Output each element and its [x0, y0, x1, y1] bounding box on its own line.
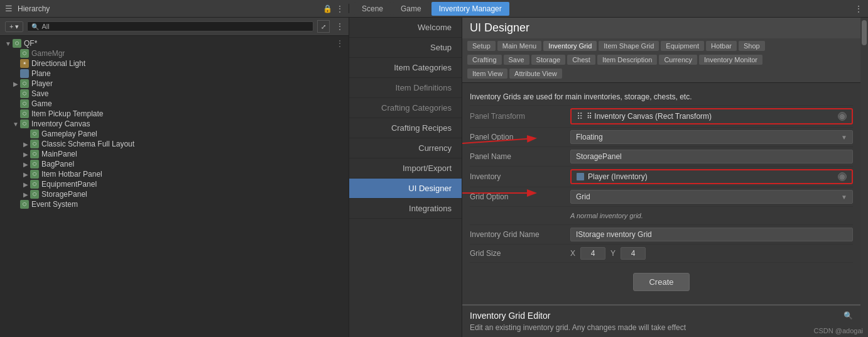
inventory-circle-btn[interactable]: ◎	[838, 172, 847, 181]
tab-item-view[interactable]: Item View	[467, 69, 507, 79]
search-input[interactable]	[41, 23, 92, 30]
tree-item-plane[interactable]: Plane	[0, 69, 349, 79]
tree-item-classic[interactable]: ▶ ⬡ Classic Schema Full Layout	[0, 139, 349, 149]
tab-crafting[interactable]: Crafting	[467, 55, 502, 65]
panel-transform-value: ⠿ Inventory Canvas (Rect Transform)	[587, 112, 712, 121]
top-bar: ☰ Hierarchy 🔒 ⋮ Scene Game Inventory Man…	[0, 0, 868, 18]
tab-inventory-grid[interactable]: Inventory Grid	[543, 41, 597, 51]
menu-welcome[interactable]: Welcome	[349, 18, 462, 38]
expand-icon[interactable]: ⤢	[317, 20, 330, 33]
hierarchy-tree: ▼ ⬡ QF* ⋮ ⬡ GameMgr ☀ Directional Light …	[0, 36, 349, 337]
right-panel-header: UI Designer Setup Main Menu Inventory Gr…	[462, 18, 860, 83]
label-qf: QF*	[24, 39, 37, 48]
tree-item-inv-canvas[interactable]: ▼ ⬡ Inventory Canvas	[0, 119, 349, 129]
tab-attribute-view[interactable]: Attribute View	[509, 69, 562, 79]
tree-item-game[interactable]: ⬡ Game	[0, 99, 349, 109]
tab-inventory-monitor[interactable]: Inventory Monitor	[699, 55, 762, 65]
icon-game: ⬡	[20, 99, 29, 108]
menu-crafting-recipes[interactable]: Crafting Recipes	[349, 118, 462, 138]
grid-name-row: Inventory Grid Name	[470, 225, 853, 245]
menu-crafting-categories[interactable]: Crafting Categories	[349, 98, 462, 118]
create-button[interactable]: Create	[633, 273, 689, 291]
game-tab[interactable]: Game	[393, 2, 429, 16]
tree-item-gameplay-panel[interactable]: ⬡ Gameplay Panel	[0, 129, 349, 139]
icon-qf: ⬡	[13, 39, 21, 48]
tree-item-event-system[interactable]: ⬡ Event System	[0, 199, 349, 209]
label-hotbar-panel: Item Hotbar Panel	[41, 170, 102, 179]
tree-item-qf[interactable]: ▼ ⬡ QF* ⋮	[0, 38, 349, 48]
tab-storage[interactable]: Storage	[531, 55, 566, 65]
grid-option-row: Grid Option Grid ▼	[470, 187, 853, 207]
dots-qf[interactable]: ⋮	[336, 39, 344, 48]
grid-size-y-input[interactable]	[621, 247, 646, 260]
icon-bag-panel: ⬡	[30, 160, 39, 168]
tab-equipment[interactable]: Equipment	[661, 41, 704, 51]
tree-item-player[interactable]: ▶ ⬡ Player	[0, 79, 349, 89]
right-panel: UI Designer Setup Main Menu Inventory Gr…	[462, 18, 860, 337]
tab-item-description[interactable]: Item Description	[597, 55, 657, 65]
tree-item-gamemgr[interactable]: ⬡ GameMgr	[0, 48, 349, 58]
panel-name-input[interactable]	[570, 150, 853, 163]
panel-name-label: Panel Name	[470, 152, 570, 161]
grid-option-select[interactable]: Grid ▼	[570, 190, 853, 204]
tree-item-bag-panel[interactable]: ▶ ⬡ BagPanel	[0, 159, 349, 169]
tabs-row-3: Item View Attribute View	[462, 66, 860, 82]
grid-size-x-input[interactable]	[580, 247, 605, 260]
tree-item-save[interactable]: ⬡ Save	[0, 89, 349, 99]
bottom-search-icon[interactable]: 🔍	[844, 311, 853, 320]
topbar-more-icon[interactable]: ⋮	[854, 4, 863, 14]
tab-currency[interactable]: Currency	[659, 55, 697, 65]
right-scrollbar[interactable]	[860, 18, 868, 337]
scene-tab[interactable]: Scene	[354, 2, 391, 16]
topbar-icons: 🔒 ⋮	[323, 4, 344, 13]
menu-setup[interactable]: Setup	[349, 38, 462, 58]
tree-item-main-panel[interactable]: ▶ ⬡ MainPanel	[0, 149, 349, 159]
grid-name-input[interactable]	[570, 228, 853, 241]
menu-ui-designer[interactable]: UI Designer	[349, 179, 462, 199]
tree-item-pickup[interactable]: ⬡ Item Pickup Template	[0, 109, 349, 119]
x-label: X	[570, 249, 575, 258]
grid-option-label: Grid Option	[470, 192, 570, 201]
panel-transform-circle-btn[interactable]: ◎	[838, 112, 847, 121]
tab-setup[interactable]: Setup	[467, 41, 496, 51]
label-pickup: Item Pickup Template	[31, 109, 104, 118]
menu-item-definitions[interactable]: Item Definitions	[349, 78, 462, 98]
inventory-manager-tab[interactable]: Inventory Manager	[431, 2, 509, 16]
label-gameplay-panel: Gameplay Panel	[41, 130, 97, 138]
search-icon: 🔍	[31, 23, 39, 30]
tab-chest[interactable]: Chest	[567, 55, 595, 65]
tab-main-menu[interactable]: Main Menu	[497, 41, 541, 51]
left-menu: Welcome Setup Item Categories Item Defin…	[349, 18, 462, 337]
icon-hotbar-panel: ⬡	[30, 170, 39, 179]
tab-shop[interactable]: Shop	[739, 41, 765, 51]
tabs-row-1: Setup Main Menu Inventory Grid Item Shap…	[462, 38, 860, 52]
menu-import-export[interactable]: Import/Export	[349, 158, 462, 179]
tree-item-equip-panel[interactable]: ▶ ⬡ EquipmentPanel	[0, 179, 349, 189]
inventory-field[interactable]: Player (Inventory) ◎	[570, 169, 853, 184]
scrollbar-thumb	[862, 20, 867, 45]
menu-currency[interactable]: Currency	[349, 138, 462, 158]
canvas-wrapper: Inventory Grids are used for main invent…	[462, 83, 860, 337]
icon-gameplay-panel: ⬡	[30, 130, 39, 138]
tree-item-storage-panel[interactable]: ▶ ⬡ StoragePanel	[0, 189, 349, 199]
menu-integrations[interactable]: Integrations	[349, 199, 462, 219]
panel-transform-field[interactable]: ⠿ ⠿ Inventory Canvas (Rect Transform) ◎	[570, 108, 853, 124]
y-label: Y	[610, 249, 616, 258]
search-box[interactable]: 🔍	[27, 21, 313, 31]
label-gamemgr: GameMgr	[31, 49, 65, 58]
icon-light: ☀	[20, 59, 29, 68]
add-button[interactable]: + ▾	[5, 21, 23, 32]
tab-save[interactable]: Save	[504, 55, 529, 65]
tree-item-light[interactable]: ☀ Directional Light	[0, 58, 349, 69]
grid-info-text: A normal inventory grid.	[570, 209, 643, 222]
editor-tabs: Scene Game Inventory Manager ⋮	[349, 2, 868, 16]
dots-hierarchy-icon[interactable]: ⋮	[336, 22, 344, 31]
panel-option-select[interactable]: Floating ▼	[570, 130, 853, 144]
icon-plane	[20, 69, 29, 78]
grid-size-inputs: X Y	[570, 247, 646, 260]
tab-item-shape-grid[interactable]: Item Shape Grid	[599, 41, 659, 51]
tree-item-hotbar-panel[interactable]: ▶ ⬡ Item Hotbar Panel	[0, 169, 349, 179]
tab-hotbar[interactable]: Hotbar	[706, 41, 737, 51]
menu-item-categories[interactable]: Item Categories	[349, 58, 462, 78]
panel-transform-row: Panel Transform ⠿ ⠿ Inventory Canvas (Re…	[470, 106, 853, 128]
